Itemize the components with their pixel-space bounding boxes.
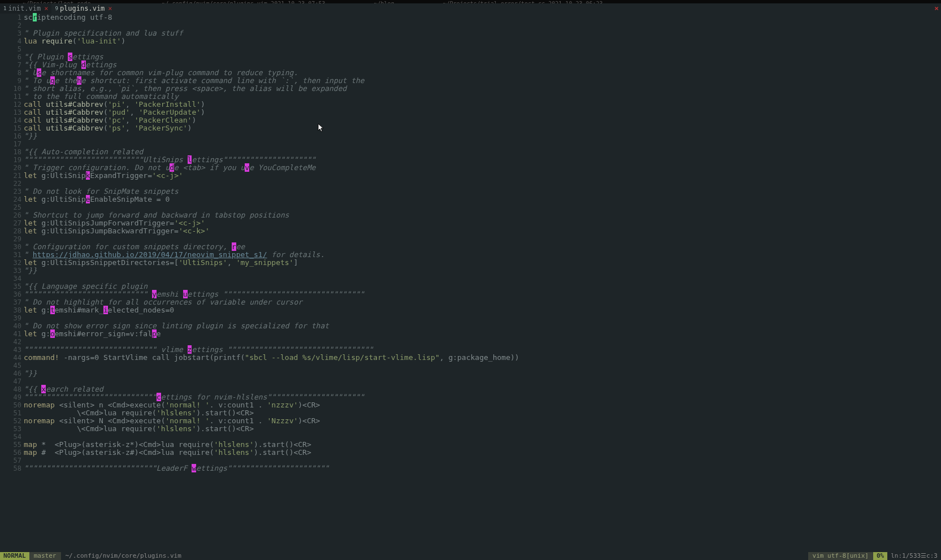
file-path: ~/.config/nvim/core/plugins.vim [61,552,186,560]
code-line[interactable]: 12call utils#Cabbrev('pi', 'PackerInstal… [11,101,941,108]
close-icon[interactable]: × [44,5,48,12]
code-line[interactable]: 19"""""""""""""""""""""""""""UltiSnips l… [11,156,941,164]
code-line[interactable]: 14call utils#Cabbrev('pc', 'PackerClean'… [11,116,941,124]
code-line[interactable]: 9" To uge thehe shortcut: first activate… [11,77,941,85]
status-bar: NORMAL master ~/.config/nvim/core/plugin… [0,552,941,560]
code-line[interactable]: 26" Shortcut to jump forward and backwar… [11,211,941,219]
code-line[interactable]: 4lua require('lua-init') [11,37,941,45]
line-number: 29 [11,235,21,243]
easymotion-target[interactable]: s [68,53,72,61]
easymotion-target[interactable]: i [103,306,108,314]
code-line[interactable]: 10" short alias, e.g., `pi`, then press … [11,85,941,93]
code-line[interactable]: 35"{{ Language specific plugin [11,283,941,290]
code-line[interactable]: 11" to the full command automatically [11,93,941,101]
line-number: 44 [11,354,21,362]
easymotion-target[interactable]: h [77,76,81,85]
close-icon[interactable]: × [108,5,112,12]
line-number: 56 [11,449,21,457]
code-line[interactable]: 49""""""""""""""""""""""""""""""cettings… [11,393,941,401]
code-line[interactable]: 28let g:UltiSnipsJumpBackwardTrigger='<c… [11,227,941,235]
line-number: 32 [11,259,21,267]
tab-plugins-vim[interactable]: 9plugins.vim× [51,3,115,14]
line-number: 58 [11,465,21,472]
line-number: 11 [11,93,21,101]
code-line[interactable]: 45 [11,362,941,370]
easymotion-target[interactable]: v [245,163,249,172]
code-line[interactable]: 23" Do not look for SnipMate snippets [11,188,941,196]
line-number: 57 [11,457,21,465]
code-line[interactable]: 16"}} [11,132,941,140]
code-line[interactable]: 18"{{ Auto-completion related [11,148,941,156]
close-all-icon[interactable]: × [934,5,939,12]
code-line[interactable]: 15call utils#Cabbrev('ps', 'PackerSync') [11,124,941,132]
code-line[interactable]: 1scriptencoding utf-8 [11,14,941,21]
editor-pane[interactable]: 1scriptencoding utf-823" Plugin specific… [0,14,941,472]
easymotion-target[interactable]: r [232,242,236,251]
easymotion-target[interactable]: g [50,76,55,85]
code-line[interactable]: 29 [11,235,941,243]
code-line[interactable]: 52noremap <silent> N <Cmd>execute('norma… [11,417,941,425]
code-line[interactable]: 53 \<Cmd>lua require('hlslens').start()<… [11,425,941,433]
code-line[interactable]: 27let g:UltiSnipsJumpForwardTrigger='<c-… [11,219,941,227]
line-number: 30 [11,243,21,251]
code-line[interactable]: 58""""""""""""""""""""""""""""""LeaderF … [11,465,941,472]
easymotion-target[interactable]: u [183,290,188,298]
code-line[interactable]: 7"{{ Vim-plug dettings [11,61,941,69]
easymotion-target[interactable]: x [41,385,46,393]
line-number: 49 [11,393,21,401]
code-line[interactable]: 17 [11,140,941,148]
code-line[interactable]: 34 [11,275,941,283]
line-number: 48 [11,385,21,393]
code-line[interactable]: 50noremap <silent> n <Cmd>execute('norma… [11,401,941,409]
code-line[interactable]: 41let g:oemshi#error_sign=v:falpe [11,330,941,338]
code-line[interactable]: 55map * <Plug>(asterisk-z*)<Cmd>lua requ… [11,441,941,449]
code-line[interactable]: 36"""""""""""""""""""""""""""" yemshi ue… [11,290,941,298]
code-line[interactable]: 32let g:UltiSnipsSnippetDirectories=['Ul… [11,259,941,267]
easymotion-target[interactable]: y [152,290,157,298]
code-line[interactable]: 51 \<Cmd>lua require('hlslens').start()<… [11,409,941,417]
code-line[interactable]: 6"{ Plugin settings [11,53,941,61]
line-number: 4 [11,37,21,45]
code-line[interactable]: 46"}} [11,370,941,377]
line-number: 5 [11,45,21,53]
code-line[interactable]: 5 [11,45,941,53]
code-line[interactable]: 13call utils#Cabbrev('pud', 'PackerUpdat… [11,108,941,116]
code-line[interactable]: 21let g:UltiSnipkExpandTrigger='<c-j>' [11,172,941,180]
code-line[interactable]: 40" Do not show error sign since linting… [11,322,941,330]
easymotion-target[interactable]: d [170,163,174,172]
line-number: 27 [11,219,21,227]
code-line[interactable]: 44command! -nargs=0 StartVlime call jobs… [11,354,941,362]
code-line[interactable]: 43"""""""""""""""""""""""""""""" vlime z… [11,346,941,354]
easymotion-target[interactable]: t [50,306,55,314]
git-branch: master [29,552,61,560]
code-line[interactable]: 30" Configuration for custom snippets di… [11,243,941,251]
code-line[interactable]: 20" Trigger configuration. Do not ude <t… [11,164,941,172]
code-line[interactable]: 37" Do not highlight for all occurrences… [11,298,941,306]
easymotion-target[interactable]: o [50,329,55,338]
code-line[interactable]: 47 [11,377,941,385]
line-number: 54 [11,433,21,441]
code-line[interactable]: 33"}} [11,267,941,275]
line-number: 7 [11,61,21,69]
code-line[interactable]: 31" https://jdhao.github.io/2019/04/17/n… [11,251,941,259]
mode-indicator: NORMAL [0,552,29,560]
code-line[interactable]: 56map # <Plug>(asterisk-z#)<Cmd>lua requ… [11,449,941,457]
code-line[interactable]: 2 [11,21,941,29]
code-line[interactable]: 25 [11,203,941,211]
code-line[interactable]: 57 [11,457,941,465]
code-line[interactable]: 39 [11,314,941,322]
code-line[interactable]: 48"{{ xearch related [11,385,941,393]
easymotion-target[interactable]: c [157,393,161,401]
code-line[interactable]: 24let g:UltiSnipeEnableSnipMate = 0 [11,196,941,203]
easymotion-target[interactable]: p [152,329,157,338]
code-line[interactable]: 8" Use shortnames for common vim-plug co… [11,69,941,77]
url-link[interactable]: https://jdhao.github.io/2019/04/17/neovi… [33,250,267,259]
code-line[interactable]: 38let g:temshi#mark_ielected_nodes=0 [11,306,941,314]
easymotion-target[interactable]: d [81,60,86,69]
code-line[interactable]: 3" Plugin specification and lua stuff [11,29,941,37]
tab-init-vim[interactable]: 1init.vim× [0,3,51,14]
code-line[interactable]: 54 [11,433,941,441]
code-line[interactable]: 22 [11,180,941,188]
line-number: 6 [11,53,21,61]
code-line[interactable]: 42 [11,338,941,346]
